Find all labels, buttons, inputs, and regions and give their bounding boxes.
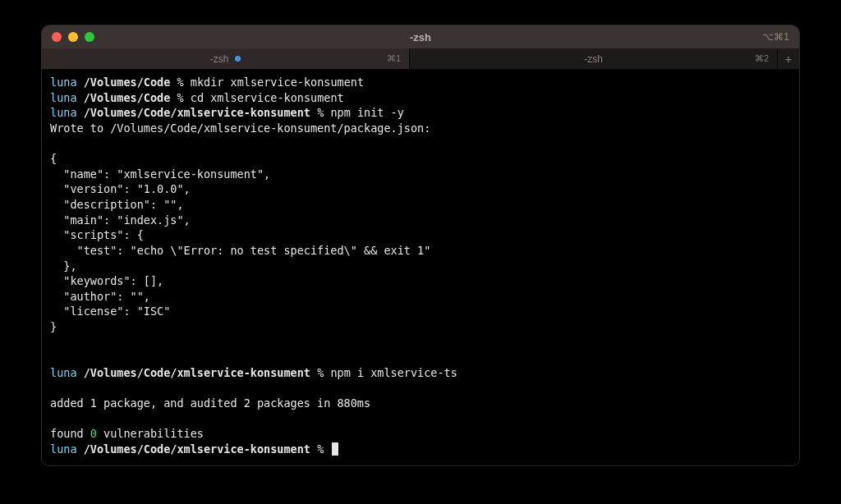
output-blank	[50, 411, 791, 427]
prompt-char: %	[317, 442, 324, 456]
cwd: /Volumes/Code/xmlservice-konsument	[84, 366, 310, 379]
output-line: "main": "index.js",	[50, 213, 791, 228]
tab-2[interactable]: -zsh ⌘2	[410, 48, 778, 69]
output-line: "license": "ISC"	[50, 304, 791, 319]
vuln-suffix: vulnerabilities	[97, 427, 204, 440]
output-line: found 0 vulnerabilities	[50, 426, 791, 442]
output-line: "name": "xmlservice-konsument",	[50, 167, 791, 182]
cwd: /Volumes/Code/xmlservice-konsument	[84, 106, 310, 119]
cwd: /Volumes/Code/xmlservice-konsument	[84, 442, 310, 456]
host: luna	[50, 106, 77, 119]
traffic-lights	[52, 32, 94, 42]
prompt-char: %	[177, 76, 183, 89]
output-line: added 1 package, and audited 2 packages …	[50, 396, 791, 411]
tab-shortcut: ⌘2	[755, 53, 769, 64]
output-blank	[50, 335, 791, 351]
prompt-line: luna /Volumes/Code/xmlservice-konsument …	[50, 442, 791, 457]
prompt-line: luna /Volumes/Code % cd xmlservice-konsu…	[50, 90, 791, 106]
cursor-icon	[332, 442, 338, 456]
command: mkdir xmlservice-konsument	[191, 76, 364, 89]
host: luna	[50, 76, 77, 89]
command: npm init -y	[330, 106, 403, 119]
close-icon[interactable]	[52, 32, 62, 42]
output-line: },	[50, 259, 791, 274]
vuln-count: 0	[90, 427, 97, 440]
output-line: "test": "echo \"Error: no test specified…	[50, 243, 791, 259]
host: luna	[50, 442, 77, 456]
vuln-prefix: found	[50, 427, 90, 440]
tab-label: -zsh	[210, 53, 229, 65]
host: luna	[50, 366, 77, 379]
minimize-icon[interactable]	[68, 32, 78, 42]
cwd: /Volumes/Code	[84, 91, 171, 104]
zoom-icon[interactable]	[85, 32, 94, 42]
command: cd xmlservice-konsument	[191, 91, 344, 104]
output-line: "version": "1.0.0",	[50, 181, 791, 197]
output-blank	[50, 350, 791, 365]
command: npm i xmlservice-ts	[330, 366, 457, 379]
output-line: "scripts": {	[50, 227, 791, 243]
output-line: "description": "",	[50, 197, 791, 213]
output-line: "keywords": [],	[50, 273, 791, 289]
output-blank	[50, 381, 791, 396]
terminal-content[interactable]: luna /Volumes/Code % mkdir xmlservice-ko…	[42, 70, 799, 465]
output-line: }	[50, 319, 791, 335]
activity-indicator-icon	[235, 56, 241, 62]
output-blank	[50, 136, 791, 152]
tab-1[interactable]: -zsh ⌘1	[42, 48, 410, 69]
prompt-line: luna /Volumes/Code % mkdir xmlservice-ko…	[50, 75, 791, 90]
host: luna	[50, 91, 77, 104]
prompt-char: %	[177, 91, 183, 104]
prompt-line: luna /Volumes/Code/xmlservice-konsument …	[50, 105, 791, 121]
window-title: -zsh	[410, 31, 431, 44]
prompt-char: %	[317, 106, 324, 119]
prompt-char: %	[317, 366, 324, 379]
titlebar[interactable]: -zsh ⌥⌘1	[42, 25, 799, 48]
add-tab-button[interactable]: +	[778, 48, 799, 69]
output-line: Wrote to /Volumes/Code/xmlservice-konsum…	[50, 121, 791, 136]
prompt-line: luna /Volumes/Code/xmlservice-konsument …	[50, 365, 791, 381]
tab-shortcut: ⌘1	[387, 53, 401, 64]
window-shortcut: ⌥⌘1	[762, 31, 789, 43]
output-line: {	[50, 151, 791, 167]
tab-label: -zsh	[584, 53, 603, 65]
output-line: "author": "",	[50, 289, 791, 305]
cwd: /Volumes/Code	[84, 76, 171, 89]
tabbar: -zsh ⌘1 -zsh ⌘2 +	[42, 48, 799, 70]
terminal-window: -zsh ⌥⌘1 -zsh ⌘1 -zsh ⌘2 + luna /Volumes…	[41, 25, 800, 466]
